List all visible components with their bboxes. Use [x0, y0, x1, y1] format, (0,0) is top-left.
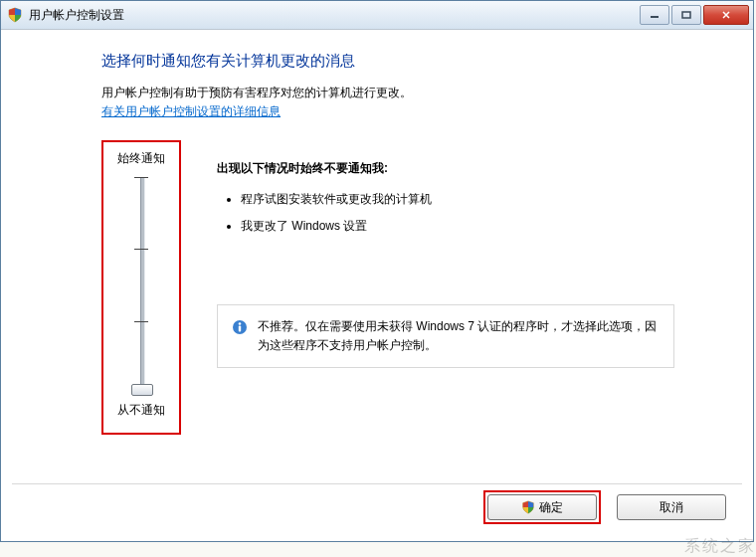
window-controls	[638, 5, 749, 25]
notification-slider-block: 始终通知 从不通知	[101, 140, 181, 435]
svg-rect-0	[651, 16, 659, 18]
watermark: 系统之家	[684, 536, 756, 557]
slider-tick	[134, 321, 148, 324]
titlebar: 用户帐户控制设置	[1, 1, 753, 30]
notification-slider[interactable]	[103, 173, 179, 400]
shield-icon	[7, 7, 23, 23]
content-area: 选择何时通知您有关计算机更改的消息 用户帐户控制有助于预防有害程序对您的计算机进…	[2, 30, 752, 540]
window-title: 用户帐户控制设置	[29, 7, 638, 24]
main-row: 始终通知 从不通知 出现以下情况时始终不要通知我: 程序试图安装软件或更改我的计…	[2, 140, 752, 435]
ok-button-label: 确定	[539, 499, 563, 516]
page-description: 用户帐户控制有助于预防有害程序对您的计算机进行更改。	[101, 85, 752, 101]
cancel-button-wrap: 取消	[613, 490, 730, 524]
slider-tick	[134, 249, 148, 252]
svg-point-3	[239, 322, 242, 325]
bullet-item: 程序试图安装软件或更改我的计算机	[241, 191, 694, 208]
learn-more-link[interactable]: 有关用户帐户控制设置的详细信息	[101, 103, 281, 120]
detail-subhead: 出现以下情况时始终不要通知我:	[217, 160, 694, 177]
maximize-button[interactable]	[671, 5, 701, 25]
separator	[12, 483, 742, 484]
slider-top-label: 始终通知	[103, 150, 179, 167]
slider-track	[140, 177, 145, 396]
button-row: 确定 取消	[483, 490, 730, 524]
slider-thumb[interactable]	[131, 384, 153, 396]
recommendation-text: 不推荐。仅在需要使用未获得 Windows 7 认证的程序时，才选择此选项，因为…	[258, 317, 660, 355]
cancel-button-label: 取消	[660, 499, 683, 516]
detail-bullets: 程序试图安装软件或更改我的计算机 我更改了 Windows 设置	[241, 191, 694, 235]
svg-rect-1	[682, 12, 690, 18]
close-button[interactable]	[703, 5, 749, 25]
slider-tick	[134, 177, 148, 180]
page-heading: 选择何时通知您有关计算机更改的消息	[101, 52, 752, 71]
detail-panel: 出现以下情况时始终不要通知我: 程序试图安装软件或更改我的计算机 我更改了 Wi…	[217, 140, 694, 368]
ok-button-highlight: 确定	[483, 490, 601, 524]
info-icon	[232, 319, 248, 335]
uac-settings-window: 用户帐户控制设置 选择何时通知您有关计算机更改的消息 用户帐户控制有助于预防有害…	[0, 0, 754, 542]
svg-rect-4	[239, 326, 241, 332]
recommendation-box: 不推荐。仅在需要使用未获得 Windows 7 认证的程序时，才选择此选项，因为…	[217, 304, 674, 368]
ok-button[interactable]: 确定	[487, 494, 597, 520]
minimize-button[interactable]	[640, 5, 669, 25]
bullet-item: 我更改了 Windows 设置	[241, 218, 694, 235]
cancel-button[interactable]: 取消	[617, 494, 726, 520]
slider-bottom-label: 从不通知	[103, 402, 179, 419]
shield-icon	[521, 500, 535, 514]
